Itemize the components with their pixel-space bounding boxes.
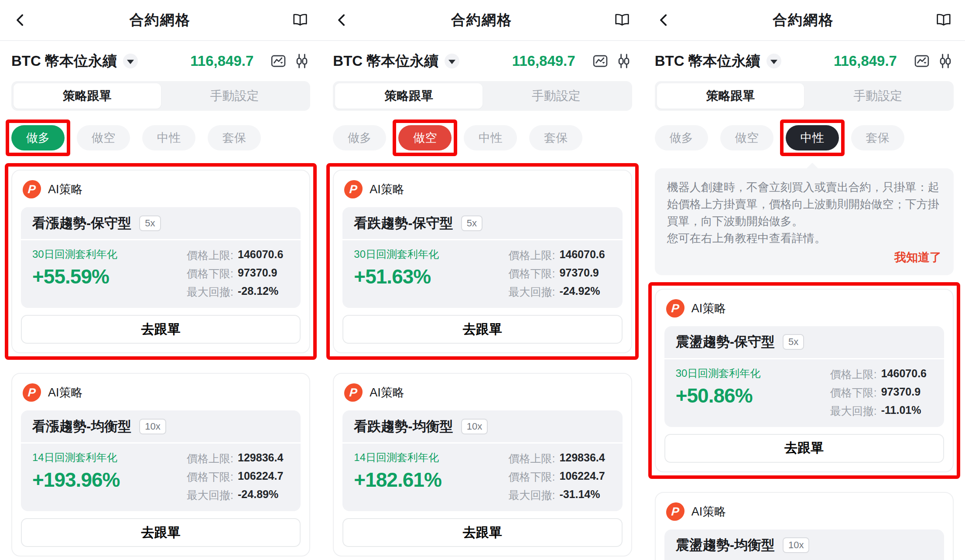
backtest-return-value: +193.96% bbox=[32, 468, 120, 492]
backtest-period-label: 30日回測套利年化 bbox=[676, 366, 761, 380]
ai-strategy-logo-icon: P bbox=[344, 180, 363, 198]
strategy-card: P AI策略 震盪趨勢-保守型 5x 30日回測套利年化 +50.86% bbox=[655, 289, 954, 472]
filter-pill-row: 做多 做空 中性 套保 bbox=[649, 120, 959, 156]
max-drawdown-row: 最大回撤:-24.92% bbox=[508, 285, 605, 299]
strategy-card: P AI策略 看漲趨勢-保守型 5x 30日回測套利年化 +55.59% bbox=[11, 170, 310, 353]
leverage-badge: 5x bbox=[139, 215, 161, 231]
kline-chart-button[interactable] bbox=[592, 53, 609, 69]
kline-chart-icon bbox=[592, 53, 609, 69]
instrument-dropdown-button[interactable] bbox=[123, 54, 138, 68]
tutorial-book-button[interactable] bbox=[292, 12, 308, 28]
filter-pill-row: 做多 做空 中性 套保 bbox=[327, 120, 637, 156]
annotation-box-neutral-card: P AI策略 震盪趨勢-保守型 5x 30日回測套利年化 +50.86% bbox=[648, 282, 960, 479]
page-title: 合約網格 bbox=[451, 10, 512, 30]
page-title: 合約網格 bbox=[773, 10, 834, 30]
candlestick-button[interactable] bbox=[937, 53, 954, 69]
candlestick-button[interactable] bbox=[294, 53, 310, 69]
back-icon bbox=[13, 13, 28, 27]
price-value: 116,849.7 bbox=[512, 53, 575, 69]
kline-chart-button[interactable] bbox=[270, 53, 287, 69]
three-screen-comparison: 合約網格 BTC 幣本位永續 116,849.7 策略跟單 手動設定 做多 做空… bbox=[0, 0, 965, 560]
filter-pill-long[interactable]: 做多 bbox=[333, 125, 386, 150]
annotation-box-long-pill: 做多 bbox=[6, 120, 70, 156]
tutorial-book-button[interactable] bbox=[614, 12, 630, 28]
back-button[interactable] bbox=[13, 13, 28, 27]
ai-strategy-logo-icon: P bbox=[344, 383, 363, 402]
filter-pill-short[interactable]: 做空 bbox=[720, 125, 773, 150]
filter-pill-short[interactable]: 做空 bbox=[398, 125, 452, 150]
chevron-down-icon bbox=[770, 60, 777, 64]
filter-pill-short[interactable]: 做空 bbox=[77, 125, 130, 150]
filter-pill-neutral[interactable]: 中性 bbox=[142, 125, 195, 150]
follow-button[interactable]: 去跟單 bbox=[21, 315, 301, 344]
filter-pill-row: 做多 做空 中性 套保 bbox=[6, 120, 316, 156]
ai-strategy-label: AI策略 bbox=[48, 385, 83, 400]
tab-manual-setting[interactable]: 手動設定 bbox=[804, 83, 951, 109]
follow-button[interactable]: 去跟單 bbox=[21, 518, 301, 547]
backtest-period-label: 14日回測套利年化 bbox=[32, 451, 120, 464]
tutorial-book-button[interactable] bbox=[935, 12, 952, 28]
back-button[interactable] bbox=[335, 13, 349, 27]
ai-strategy-logo-icon: P bbox=[22, 383, 42, 402]
tab-strategy-follow[interactable]: 策略跟單 bbox=[335, 83, 482, 109]
price-upper-row: 價格上限:146070.6 bbox=[508, 248, 605, 263]
filter-pill-hedge[interactable]: 套保 bbox=[208, 125, 261, 150]
kline-chart-button[interactable] bbox=[914, 53, 930, 69]
annotation-box-short-card: P AI策略 看跌趨勢-保守型 5x 30日回測套利年化 +51.63% bbox=[326, 163, 638, 360]
ai-strategy-logo-icon: P bbox=[22, 180, 42, 198]
strategy-title: 看漲趨勢-均衡型 bbox=[32, 417, 131, 436]
price-upper-row: 價格上限:129836.4 bbox=[187, 451, 283, 466]
notice-confirm-link[interactable]: 我知道了 bbox=[667, 249, 941, 266]
price-lower-row: 價格下限:97370.9 bbox=[187, 266, 283, 281]
max-drawdown-row: 最大回撤:-28.12% bbox=[187, 285, 283, 299]
tab-strategy-follow[interactable]: 策略跟單 bbox=[657, 83, 804, 109]
panel-short: 合約網格 BTC 幣本位永續 116,849.7 策略跟單 手動設定 做多 做空… bbox=[322, 0, 643, 560]
candlestick-button[interactable] bbox=[616, 53, 632, 69]
price-lower-row: 價格下限:106224.7 bbox=[187, 470, 283, 484]
follow-button[interactable]: 去跟單 bbox=[342, 315, 622, 344]
tab-strategy-follow[interactable]: 策略跟單 bbox=[14, 83, 161, 109]
back-button[interactable] bbox=[657, 13, 671, 27]
strategy-title: 震盪趨勢-均衡型 bbox=[676, 536, 775, 554]
price-value: 116,849.7 bbox=[834, 53, 897, 69]
price-lower-row: 價格下限:97370.9 bbox=[830, 386, 927, 400]
back-icon bbox=[335, 13, 349, 27]
instrument-name: BTC 幣本位永續 bbox=[655, 51, 760, 71]
instrument-row: BTC 幣本位永續 116,849.7 bbox=[11, 50, 310, 72]
tab-manual-setting[interactable]: 手動設定 bbox=[161, 83, 308, 109]
tab-manual-setting[interactable]: 手動設定 bbox=[482, 83, 630, 109]
ai-strategy-label: AI策略 bbox=[48, 181, 83, 197]
backtest-return-value: +182.61% bbox=[354, 468, 441, 492]
filter-pill-neutral[interactable]: 中性 bbox=[786, 125, 839, 150]
price-upper-row: 價格上限:146070.6 bbox=[187, 248, 283, 263]
book-icon bbox=[935, 12, 952, 28]
instrument-dropdown-button[interactable] bbox=[445, 54, 459, 68]
price-lower-row: 價格下限:97370.9 bbox=[508, 266, 605, 281]
annotation-box-short-pill: 做空 bbox=[393, 120, 457, 156]
panel-long: 合約網格 BTC 幣本位永續 116,849.7 策略跟單 手動設定 做多 做空… bbox=[0, 0, 322, 560]
nav-bar: 合約網格 bbox=[0, 0, 322, 41]
follow-button[interactable]: 去跟單 bbox=[664, 434, 944, 463]
filter-pill-hedge[interactable]: 套保 bbox=[529, 125, 582, 150]
leverage-badge: 10x bbox=[461, 419, 488, 434]
ai-strategy-logo-icon: P bbox=[665, 502, 685, 521]
chevron-down-icon bbox=[448, 60, 455, 64]
mode-tabs: 策略跟單 手動設定 bbox=[333, 81, 632, 111]
ai-strategy-logo-icon: P bbox=[665, 299, 685, 318]
book-icon bbox=[614, 12, 630, 28]
nav-bar: 合約網格 bbox=[322, 0, 643, 41]
candlestick-icon bbox=[937, 53, 954, 69]
notice-text-line1: 機器人創建時，不會立刻買入或賣出合約，只掛單：起始價格上方掛賣單，價格向上波動則… bbox=[667, 179, 941, 230]
filter-pill-hedge[interactable]: 套保 bbox=[851, 125, 904, 150]
price-value: 116,849.7 bbox=[190, 53, 253, 69]
filter-pill-long[interactable]: 做多 bbox=[11, 125, 65, 150]
follow-button[interactable]: 去跟單 bbox=[342, 518, 622, 547]
instrument-dropdown-button[interactable] bbox=[767, 54, 781, 68]
candlestick-icon bbox=[294, 53, 310, 69]
max-drawdown-row: 最大回撤:-31.14% bbox=[508, 488, 605, 502]
strategy-title: 看跌趨勢-均衡型 bbox=[354, 417, 453, 436]
ai-strategy-label: AI策略 bbox=[370, 385, 404, 400]
filter-pill-neutral[interactable]: 中性 bbox=[464, 125, 517, 150]
filter-pill-long[interactable]: 做多 bbox=[655, 125, 708, 150]
strategy-card: P AI策略 看跌趨勢-保守型 5x 30日回測套利年化 +51.63% bbox=[333, 170, 632, 353]
